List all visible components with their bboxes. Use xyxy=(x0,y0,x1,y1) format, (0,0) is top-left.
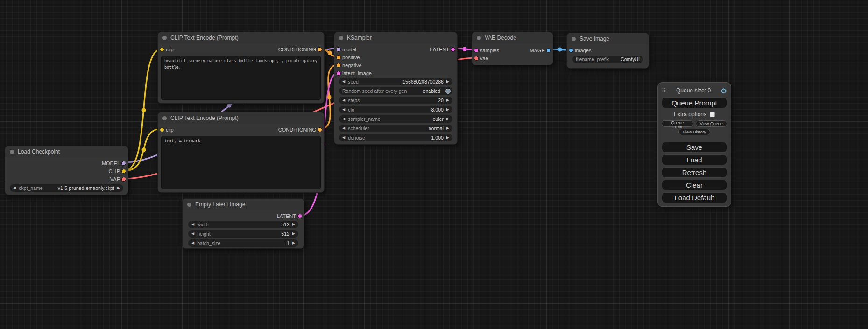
collapse-toggle-icon[interactable] xyxy=(187,203,191,207)
ckpt-name-widget[interactable]: ◀ ckpt_name v1-5-pruned-emaonly.ckpt ▶ xyxy=(10,184,123,192)
toggle-knob-icon[interactable] xyxy=(445,89,451,94)
decrement-arrow-icon[interactable]: ◀ xyxy=(342,80,345,84)
output-slot-row: LATENT xyxy=(183,212,304,220)
comfy-menu-panel[interactable]: ⠿ Queue size: 0 ⚙ Queue Prompt Extra opt… xyxy=(657,82,731,207)
node-title: CLIP Text Encode (Prompt) xyxy=(170,35,239,41)
prompt-textarea[interactable]: text, watermark xyxy=(161,136,321,189)
image-output-label: IMAGE xyxy=(529,48,545,53)
load-button[interactable]: Load xyxy=(662,154,727,165)
random-seed-toggle[interactable]: Random seed after every gen enabled xyxy=(339,87,452,95)
increment-arrow-icon[interactable]: ▶ xyxy=(446,136,449,140)
slot-row: latent_image xyxy=(334,69,457,77)
increment-arrow-icon[interactable]: ▶ xyxy=(446,108,449,112)
batch-size-widget[interactable]: ◀ batch_size 1 ▶ xyxy=(188,239,298,247)
increment-arrow-icon[interactable]: ▶ xyxy=(446,80,449,84)
clip-input-slot[interactable] xyxy=(160,47,164,52)
vae-output-slot[interactable] xyxy=(121,177,126,182)
decrement-arrow-icon[interactable]: ◀ xyxy=(342,126,345,130)
increment-arrow-icon[interactable]: ▶ xyxy=(446,117,449,121)
node-ksampler[interactable]: KSampler model LATENT positive negative … xyxy=(334,32,458,145)
widget-label: height xyxy=(197,231,211,237)
link-midpoint-dot xyxy=(558,48,562,52)
decrement-arrow-icon[interactable]: ◀ xyxy=(191,223,194,226)
latent-output-slot[interactable] xyxy=(451,47,455,52)
positive-input-slot[interactable] xyxy=(336,55,341,60)
node-title-bar[interactable]: CLIP Text Encode (Prompt) xyxy=(158,112,324,124)
model-output-slot[interactable] xyxy=(121,161,126,166)
decrement-arrow-icon[interactable]: ◀ xyxy=(191,241,194,245)
image-output-slot[interactable] xyxy=(546,48,551,53)
prompt-textarea[interactable]: beautiful scenery nature glass bottle la… xyxy=(161,56,321,100)
history-button-row: View History xyxy=(662,129,727,135)
images-input-slot[interactable] xyxy=(569,48,573,53)
node-empty-latent-image[interactable]: Empty Latent Image LATENT ◀ width 512 ▶ … xyxy=(182,198,304,249)
decrement-arrow-icon[interactable]: ◀ xyxy=(342,117,345,121)
node-save-image[interactable]: Save Image images filename_prefix ComfyU… xyxy=(566,33,649,69)
queue-prompt-button[interactable]: Queue Prompt xyxy=(662,97,727,108)
decrement-arrow-icon[interactable]: ◀ xyxy=(342,136,345,140)
width-widget[interactable]: ◀ width 512 ▶ xyxy=(188,221,298,228)
link-midpoint-dot xyxy=(142,108,146,112)
decrement-arrow-icon[interactable]: ◀ xyxy=(13,186,16,190)
scheduler-widget[interactable]: ◀ scheduler normal ▶ xyxy=(339,125,452,132)
cfg-widget[interactable]: ◀ cfg 8.000 ▶ xyxy=(339,106,452,113)
collapse-toggle-icon[interactable] xyxy=(162,116,167,120)
decrement-arrow-icon[interactable]: ◀ xyxy=(342,98,345,102)
increment-arrow-icon[interactable]: ▶ xyxy=(117,186,120,190)
increment-arrow-icon[interactable]: ▶ xyxy=(292,223,295,226)
node-title-bar[interactable]: Load Checkpoint xyxy=(5,146,128,157)
node-title-bar[interactable]: KSampler xyxy=(334,32,457,43)
node-title-bar[interactable]: CLIP Text Encode (Prompt) xyxy=(158,32,324,43)
node-load-checkpoint[interactable]: Load Checkpoint MODEL CLIP VAE ◀ ckpt_na… xyxy=(5,146,128,195)
node-title-bar[interactable]: VAE Decode xyxy=(472,32,553,43)
model-input-slot[interactable] xyxy=(336,47,341,52)
collapse-toggle-icon[interactable] xyxy=(477,36,481,40)
seed-widget[interactable]: ◀ seed 156680208700286 ▶ xyxy=(339,78,452,85)
decrement-arrow-icon[interactable]: ◀ xyxy=(342,108,345,112)
node-clip-text-encode-positive[interactable]: CLIP Text Encode (Prompt) clip CONDITION… xyxy=(157,32,325,104)
increment-arrow-icon[interactable]: ▶ xyxy=(446,126,449,130)
decrement-arrow-icon[interactable]: ◀ xyxy=(191,232,194,236)
latent-image-input-slot[interactable] xyxy=(336,71,341,76)
node-title-bar[interactable]: Save Image xyxy=(567,33,649,44)
filename-prefix-widget[interactable]: filename_prefix ComfyUI xyxy=(572,56,643,63)
refresh-button[interactable]: Refresh xyxy=(662,167,727,178)
clip-input-slot[interactable] xyxy=(160,127,164,132)
conditioning-output-slot[interactable] xyxy=(318,127,322,132)
node-graph-canvas[interactable]: Load Checkpoint MODEL CLIP VAE ◀ ckpt_na… xyxy=(0,0,868,329)
collapse-toggle-icon[interactable] xyxy=(339,36,343,40)
clip-input-label: clip xyxy=(166,127,174,133)
drag-handle-icon[interactable]: ⠿ xyxy=(662,87,666,94)
negative-input-slot[interactable] xyxy=(336,63,341,68)
sampler-name-widget[interactable]: ◀ sampler_name euler ▶ xyxy=(339,115,452,123)
steps-widget[interactable]: ◀ steps 20 ▶ xyxy=(339,97,452,104)
samples-input-slot[interactable] xyxy=(474,48,479,53)
widget-label: ckpt_name xyxy=(19,185,42,191)
view-history-button[interactable]: View History xyxy=(678,129,710,135)
increment-arrow-icon[interactable]: ▶ xyxy=(446,98,449,102)
node-title-bar[interactable]: Empty Latent Image xyxy=(183,199,304,210)
conditioning-output-slot[interactable] xyxy=(318,47,322,52)
link-midpoint-dot xyxy=(227,104,232,108)
slot-row: clip CONDITIONING xyxy=(158,126,324,133)
node-clip-text-encode-negative[interactable]: CLIP Text Encode (Prompt) clip CONDITION… xyxy=(157,112,325,193)
collapse-toggle-icon[interactable] xyxy=(162,36,167,40)
queue-front-button[interactable]: Queue Front xyxy=(662,120,693,127)
height-widget[interactable]: ◀ height 512 ▶ xyxy=(188,230,298,238)
denoise-widget[interactable]: ◀ denoise 1.000 ▶ xyxy=(339,134,452,141)
increment-arrow-icon[interactable]: ▶ xyxy=(292,232,295,236)
vae-input-slot[interactable] xyxy=(474,56,479,61)
clear-button[interactable]: Clear xyxy=(662,180,727,190)
settings-gear-icon[interactable]: ⚙ xyxy=(721,87,727,94)
save-button[interactable]: Save xyxy=(662,142,727,153)
clip-output-slot[interactable] xyxy=(121,169,126,174)
increment-arrow-icon[interactable]: ▶ xyxy=(292,241,295,245)
node-vae-decode[interactable]: VAE Decode samples IMAGE vae xyxy=(472,32,553,65)
view-queue-button[interactable]: View Queue xyxy=(696,120,727,127)
load-default-button[interactable]: Load Default xyxy=(662,192,727,203)
extra-options-checkbox[interactable] xyxy=(710,112,715,117)
widget-label: cfg xyxy=(348,107,354,112)
latent-output-slot[interactable] xyxy=(297,214,302,218)
collapse-toggle-icon[interactable] xyxy=(10,150,14,154)
collapse-toggle-icon[interactable] xyxy=(572,37,576,41)
